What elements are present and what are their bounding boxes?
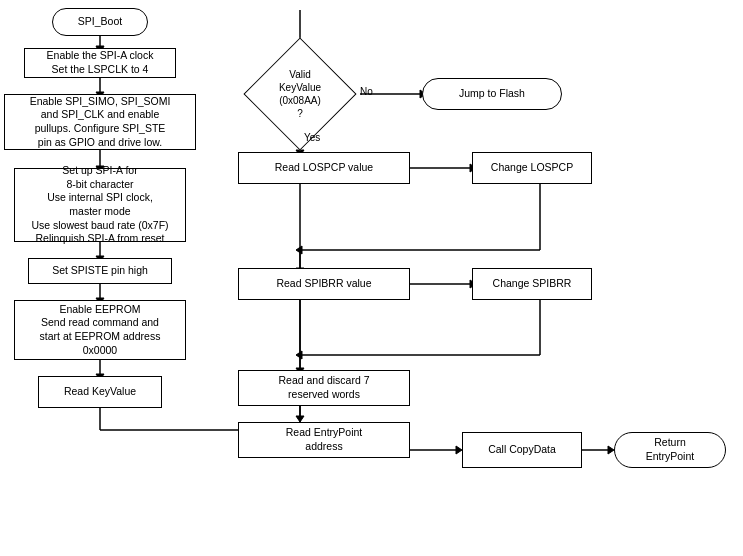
change-lospcp-label: Change LOSPCP xyxy=(491,161,573,175)
read-spibrr-label: Read SPIBRR value xyxy=(276,277,371,291)
read-keyvalue-node: Read KeyValue xyxy=(38,376,162,408)
enable-eeprom-label: Enable EEPROM Send read command and star… xyxy=(40,303,161,358)
jump-to-flash-node: Jump to Flash xyxy=(422,78,562,110)
read-entrypoint-node: Read EntryPoint address xyxy=(238,422,410,458)
setup-spi-node: Set up SPI-A for 8-bit character Use int… xyxy=(14,168,186,242)
set-spiste-label: Set SPISTE pin high xyxy=(52,264,148,278)
call-copydata-node: Call CopyData xyxy=(462,432,582,468)
change-spibrr-label: Change SPIBRR xyxy=(493,277,572,291)
read-spibrr-node: Read SPIBRR value xyxy=(238,268,410,300)
call-copydata-label: Call CopyData xyxy=(488,443,556,457)
enable-eeprom-node: Enable EEPROM Send read command and star… xyxy=(14,300,186,360)
change-spibrr-node: Change SPIBRR xyxy=(472,268,592,300)
spi-boot-node: SPI_Boot xyxy=(52,8,148,36)
read-keyvalue-label: Read KeyValue xyxy=(64,385,136,399)
svg-marker-35 xyxy=(296,351,302,359)
enable-clock-label: Enable the SPI-A clock Set the LSPCLK to… xyxy=(47,49,154,76)
set-spiste-node: Set SPISTE pin high xyxy=(28,258,172,284)
jump-to-flash-label: Jump to Flash xyxy=(459,87,525,101)
flowchart: SPI_Boot Enable the SPI-A clock Set the … xyxy=(0,0,743,556)
read-entrypoint-label: Read EntryPoint address xyxy=(286,426,362,453)
enable-spi-node: Enable SPI_SIMO, SPI_SOMI and SPI_CLK an… xyxy=(4,94,196,150)
enable-spi-label: Enable SPI_SIMO, SPI_SOMI and SPI_CLK an… xyxy=(30,95,171,150)
read-discard-node: Read and discard 7 reserved words xyxy=(238,370,410,406)
return-entrypoint-node: Return EntryPoint xyxy=(614,432,726,468)
no-label: No xyxy=(360,86,373,97)
read-lospcp-label: Read LOSPCP value xyxy=(275,161,373,175)
svg-marker-27 xyxy=(296,246,302,254)
change-lospcp-node: Change LOSPCP xyxy=(472,152,592,184)
read-lospcp-node: Read LOSPCP value xyxy=(238,152,410,184)
enable-clock-node: Enable the SPI-A clock Set the LSPCLK to… xyxy=(24,48,176,78)
read-discard-label: Read and discard 7 reserved words xyxy=(278,374,369,401)
valid-keyvalue-diamond: Valid KeyValue (0x08AA) ? xyxy=(240,44,360,144)
yes-label: Yes xyxy=(304,132,320,143)
spi-boot-label: SPI_Boot xyxy=(78,15,122,29)
setup-spi-label: Set up SPI-A for 8-bit character Use int… xyxy=(31,164,168,246)
return-entrypoint-label: Return EntryPoint xyxy=(646,436,694,463)
valid-keyvalue-label: Valid KeyValue (0x08AA) ? xyxy=(279,68,321,120)
